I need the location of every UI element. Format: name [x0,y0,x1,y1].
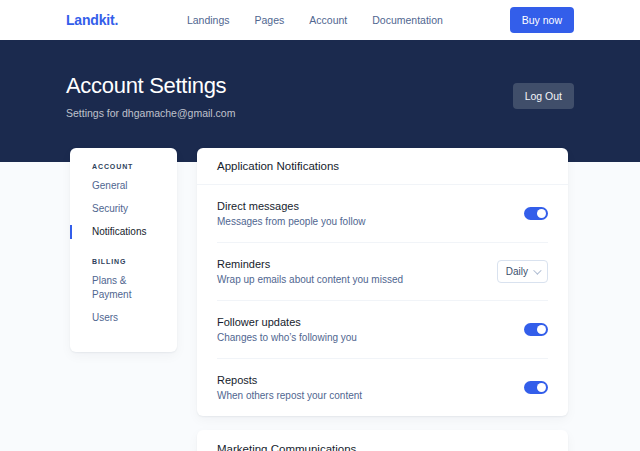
setting-title: Follower updates [217,316,357,328]
select-value: Daily [506,266,528,277]
main-column: Application Notifications Direct message… [197,148,568,451]
setting-row-follower-updates: Follower updates Changes to who’s follow… [217,301,548,359]
marketing-communications-card: Marketing Communications [197,430,568,451]
sidebar-item-security[interactable]: Security [70,202,177,216]
setting-text: Reposts When others repost your content [217,374,362,401]
sidebar-section-account: Account General Security Notifications [70,163,177,239]
setting-description: Wrap up emails about content you missed [217,274,403,285]
sidebar-heading-billing: Billing [70,258,177,265]
sidebar-section-billing: Billing Plans & Payment Users [70,258,177,325]
sidebar-item-plans-payment[interactable]: Plans & Payment [70,274,177,302]
toggle-knob [537,383,546,392]
application-notifications-card: Application Notifications Direct message… [197,148,568,416]
sidebar-item-users[interactable]: Users [70,311,177,325]
nav-link-landings[interactable]: Landings [187,14,230,26]
chevron-down-icon [533,266,541,274]
page-subtitle: Settings for dhgamache@gmail.com [66,107,235,119]
setting-description: Changes to who’s following you [217,332,357,343]
setting-row-reposts: Reposts When others repost your content [217,359,548,416]
toggle-knob [537,325,546,334]
navbar: Landkit. Landings Pages Account Document… [0,0,640,40]
sidebar-heading-account: Account [70,163,177,170]
logout-button[interactable]: Log Out [513,83,574,109]
setting-description: When others repost your content [217,390,362,401]
nav-link-documentation[interactable]: Documentation [372,14,443,26]
toggle-knob [537,209,546,218]
nav-link-account[interactable]: Account [309,14,347,26]
setting-description: Messages from people you follow [217,216,365,227]
setting-row-reminders: Reminders Wrap up emails about content y… [217,243,548,301]
logo[interactable]: Landkit. [66,12,118,28]
sidebar-item-notifications[interactable]: Notifications [70,225,177,239]
setting-text: Reminders Wrap up emails about content y… [217,258,403,285]
nav-links: Landings Pages Account Documentation [187,14,443,26]
direct-messages-toggle[interactable] [524,207,548,220]
card-body: Direct messages Messages from people you… [197,185,568,416]
follower-updates-toggle[interactable] [524,323,548,336]
setting-row-direct-messages: Direct messages Messages from people you… [217,185,548,243]
sidebar-item-general[interactable]: General [70,179,177,193]
hero-banner: Account Settings Settings for dhgamache@… [0,40,640,162]
content-area: Account General Security Notifications B… [0,148,640,451]
setting-title: Reminders [217,258,403,270]
buy-now-button[interactable]: Buy now [510,7,574,33]
setting-text: Follower updates Changes to who’s follow… [217,316,357,343]
card-title-marketing-communications: Marketing Communications [197,430,568,451]
setting-title: Direct messages [217,200,365,212]
settings-sidebar: Account General Security Notifications B… [70,148,177,352]
page-title: Account Settings [66,73,235,99]
reposts-toggle[interactable] [524,381,548,394]
hero-text: Account Settings Settings for dhgamache@… [66,73,235,119]
card-title-application-notifications: Application Notifications [197,148,568,185]
nav-link-pages[interactable]: Pages [255,14,285,26]
setting-text: Direct messages Messages from people you… [217,200,365,227]
setting-title: Reposts [217,374,362,386]
reminders-frequency-select[interactable]: Daily [497,260,548,283]
